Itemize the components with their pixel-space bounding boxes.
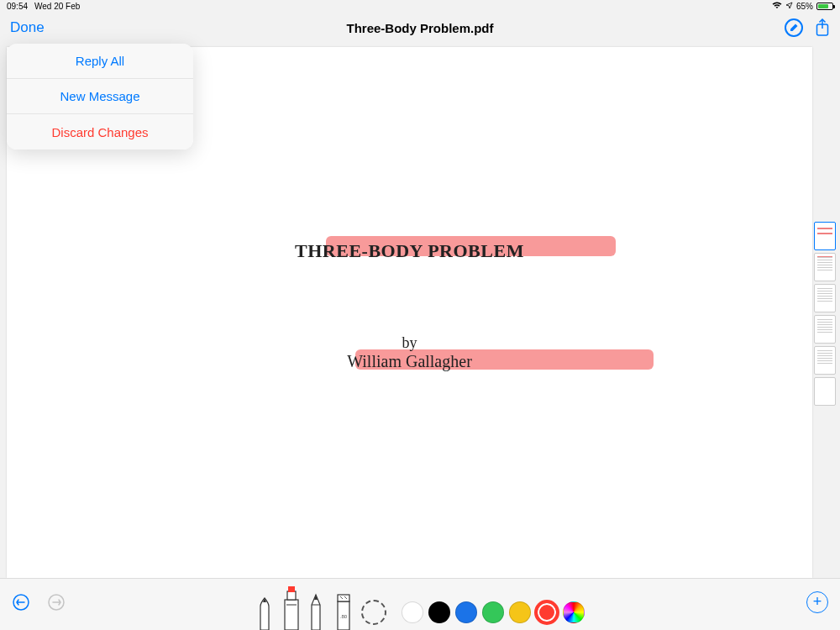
color-picker[interactable] <box>563 601 585 623</box>
color-black[interactable] <box>428 601 450 623</box>
markup-toggle-button[interactable] <box>785 18 803 37</box>
status-time: 09:54 <box>7 2 28 11</box>
color-swatches <box>402 601 585 623</box>
doc-author: William Gallagher <box>347 352 472 371</box>
status-bar: 09:54 Wed 20 Feb 65% <box>0 0 840 12</box>
popover-discard-changes[interactable]: Discard Changes <box>7 114 193 150</box>
page-thumb-3[interactable] <box>814 284 836 312</box>
undo-button[interactable] <box>12 593 30 612</box>
lasso-tool[interactable] <box>361 600 386 625</box>
document-title: Three-Body Problem.pdf <box>346 21 493 35</box>
popover-new-message[interactable]: New Message <box>7 79 193 114</box>
markup-toolbar: .80 + <box>0 578 840 630</box>
color-white[interactable] <box>402 601 423 623</box>
page-thumb-1[interactable] <box>814 222 836 250</box>
page-thumbnails <box>814 222 837 406</box>
svg-rect-5 <box>287 591 296 600</box>
redo-button <box>47 593 66 612</box>
eraser-tool[interactable]: .80 <box>334 590 354 630</box>
popover-reply-all[interactable]: Reply All <box>7 44 193 79</box>
highlighter-tool[interactable] <box>281 585 301 625</box>
done-button[interactable]: Done <box>10 19 45 36</box>
wifi-icon <box>772 2 782 11</box>
location-icon <box>785 2 793 11</box>
svg-rect-6 <box>288 586 295 592</box>
doc-by-label: by <box>402 334 417 352</box>
tool-tray: .80 <box>255 590 585 630</box>
page-thumb-2[interactable] <box>814 253 836 281</box>
svg-rect-4 <box>285 600 298 630</box>
color-red[interactable] <box>536 601 558 623</box>
svg-rect-10 <box>338 595 349 601</box>
nav-bar: Done Three-Body Problem.pdf <box>0 12 840 44</box>
battery-icon <box>816 3 833 10</box>
page-thumb-6[interactable] <box>814 377 836 406</box>
pen-tool[interactable] <box>255 590 274 630</box>
add-button[interactable]: + <box>806 591 828 613</box>
color-green[interactable] <box>482 601 504 623</box>
status-date: Wed 20 Feb <box>34 2 80 11</box>
color-yellow[interactable] <box>509 601 531 623</box>
doc-heading: THREE-BODY PROBLEM <box>295 240 524 262</box>
share-button[interactable] <box>815 18 830 37</box>
color-blue[interactable] <box>455 601 477 623</box>
done-popover-menu: Reply All New Message Discard Changes <box>7 44 193 150</box>
pencil-tool[interactable] <box>307 590 328 630</box>
battery-percent: 65% <box>796 2 813 11</box>
page-thumb-5[interactable] <box>814 346 836 375</box>
page-thumb-4[interactable] <box>814 315 836 344</box>
ruler-label: .80 <box>340 614 348 619</box>
